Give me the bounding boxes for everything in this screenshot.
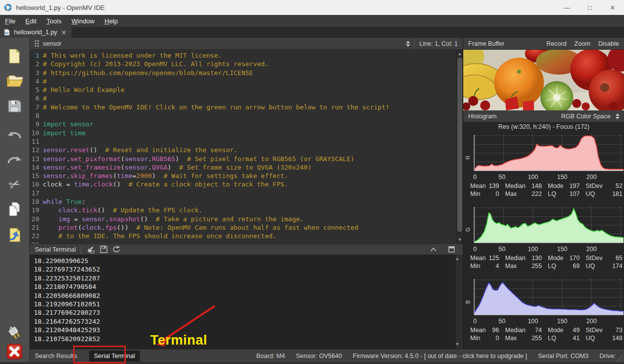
svg-text:R: R: [465, 156, 471, 160]
openmv-ide-window: helloworld_1.py - OpenMV IDE — □ ✕ FileE…: [0, 0, 624, 364]
editor-scroll-thumb[interactable]: [457, 58, 462, 232]
clear-log-button[interactable]: [85, 245, 96, 254]
terminal-line: 18.21647262573242: [34, 317, 456, 326]
save-button[interactable]: [5, 96, 24, 115]
stat-lq: LQ107: [548, 190, 586, 197]
scroll-down-icon[interactable]: ▼: [456, 237, 463, 243]
code-line[interactable]: 17: [30, 189, 456, 197]
serial-terminal-output[interactable]: 18.2290039062518.2276973724365218.223253…: [30, 255, 456, 349]
stop-button[interactable]: [5, 342, 24, 361]
expand-panel-icon[interactable]: [446, 245, 457, 254]
code-line[interactable]: 16clock = time.clock() # Create a clock …: [30, 180, 456, 188]
annotation-highlight-rect: [73, 346, 126, 364]
code-line[interactable]: 12sensor.reset() # Reset and initialize …: [30, 146, 456, 154]
status-item-0: Board: M4: [256, 353, 285, 360]
connect-button[interactable]: [5, 323, 24, 342]
maximize-button[interactable]: □: [578, 0, 601, 15]
resize-grip[interactable]: [616, 355, 623, 362]
code-line[interactable]: 4#: [30, 77, 456, 86]
code-line[interactable]: 18while True:: [30, 197, 456, 206]
document-tab-bar: PY helloworld_1.py ✕: [0, 27, 624, 38]
annotation-terminal-label: Terminal: [150, 333, 208, 348]
histogram-title: Histogram: [468, 113, 497, 120]
symbol-spinner-icon[interactable]: [406, 41, 410, 47]
scroll-up-icon[interactable]: ▲: [456, 51, 463, 57]
stat-max: Max255: [505, 335, 548, 342]
tab-label: helloworld_1.py: [14, 29, 57, 36]
code-line[interactable]: 7# Welcome to the OpenMV IDE! Click on t…: [30, 103, 456, 111]
undo-button[interactable]: [5, 125, 24, 144]
terminal-scroll-up-icon[interactable]: ▲: [454, 256, 461, 262]
code-line[interactable]: 13sensor.set_pixformat(sensor.RGB565) # …: [30, 155, 456, 163]
stat-stdev: StDev52: [586, 182, 624, 189]
color-space-spinner-icon[interactable]: [616, 113, 620, 119]
left-toolbar: ✂: [0, 38, 30, 364]
stat-median: Median74: [505, 327, 548, 334]
code-line[interactable]: 2# Copyright (c) 2013-2023 OpenMV LLC. A…: [30, 60, 456, 68]
save-log-button[interactable]: [98, 245, 109, 254]
resolution-focus-label: Res (w:320, h:240) - Focus (172): [463, 123, 624, 130]
frame-buffer-image[interactable]: [463, 50, 624, 110]
frame-buffer-action-zoom[interactable]: Zoom: [574, 40, 590, 47]
stat-median: Median130: [505, 255, 548, 262]
color-space-select[interactable]: RGB Color Space: [561, 113, 611, 120]
new-file-button[interactable]: [5, 47, 24, 66]
stat-mean: Mean96: [470, 327, 505, 334]
status-item-4: Drive:: [600, 353, 616, 360]
open-file-button[interactable]: [5, 72, 24, 91]
code-line[interactable]: 10import time: [30, 129, 456, 137]
cut-button[interactable]: ✂: [5, 175, 24, 194]
menu-file[interactable]: File: [5, 17, 15, 25]
repeat-button[interactable]: [111, 245, 122, 254]
frame-buffer-action-disable[interactable]: Disable: [598, 40, 619, 47]
code-line[interactable]: 9import sensor: [30, 120, 456, 128]
window-title: helloworld_1.py - OpenMV IDE: [16, 4, 104, 11]
menu-edit[interactable]: Edit: [25, 17, 36, 25]
status-item-2[interactable]: Firmware Version: 4.5.0 - [ out of date …: [353, 353, 527, 360]
code-line[interactable]: 6#: [30, 94, 456, 102]
code-line[interactable]: 15sensor.skip_frames(time=2000) # Wait f…: [30, 172, 456, 180]
histogram-xaxis-B: 050100150200: [463, 318, 624, 326]
stat-mean: Mean139: [470, 182, 505, 189]
close-button[interactable]: ✕: [601, 0, 624, 15]
code-line[interactable]: 20 img = sensor.snapshot() # Take a pict…: [30, 215, 456, 223]
code-line[interactable]: 5# Hello World Example: [30, 86, 456, 94]
python-file-icon: PY: [4, 29, 10, 36]
code-line[interactable]: 3# https://github.com/openmv/openmv/blob…: [30, 69, 456, 77]
paste-button[interactable]: [5, 226, 24, 245]
code-line[interactable]: 21 print(clock.fps()) # Note: OpenMV Cam…: [30, 223, 456, 232]
histogram-channel-R: R050100150200Mean139Median148Mode197StDe…: [463, 133, 624, 205]
menu-help[interactable]: Help: [104, 17, 118, 25]
code-line[interactable]: 14sensor.set_framesize(sensor.QVGA) # Se…: [30, 163, 456, 172]
stat-uq: UQ181: [586, 190, 624, 197]
stat-uq: UQ148: [586, 335, 624, 342]
code-editor[interactable]: 1# This work is licensed under the MIT l…: [30, 50, 456, 244]
symbol-navigator[interactable]: sensor: [43, 40, 406, 47]
stat-mode: Mode170: [548, 255, 586, 262]
frame-buffer-action-record[interactable]: Record: [546, 40, 566, 47]
code-line[interactable]: 1# This work is licensed under the MIT l…: [30, 51, 456, 60]
editor-scrollbar[interactable]: ▲ ▼: [456, 50, 463, 244]
histogram-xaxis-G: 050100150200: [463, 246, 624, 254]
serial-terminal-header: Serial Terminal: [30, 244, 463, 255]
code-line[interactable]: 11: [30, 137, 456, 146]
drag-handle-icon[interactable]: [35, 40, 39, 47]
terminal-scroll-down-icon[interactable]: ▼: [454, 341, 461, 347]
histogram-plot-R: R: [463, 133, 624, 172]
terminal-line: 18.21920967102051: [34, 300, 456, 308]
tab-close-icon[interactable]: ✕: [61, 29, 67, 36]
tab-helloworld[interactable]: PY helloworld_1.py ✕: [0, 27, 72, 38]
histogram-stats-G: Mean125Median130Mode170StDev65Min4Max255…: [463, 255, 624, 270]
terminal-line: 18.22325325012207: [34, 274, 456, 282]
copy-button[interactable]: [5, 200, 24, 219]
code-line[interactable]: 19 clock.tick() # Update the FPS clock.: [30, 206, 456, 214]
collapse-panel-icon[interactable]: [428, 245, 439, 254]
redo-button[interactable]: [5, 150, 24, 169]
terminal-scrollbar[interactable]: ▲ ▼: [454, 255, 461, 349]
code-line[interactable]: 22 # to the IDE. The FPS should increase…: [30, 232, 456, 240]
menu-tools[interactable]: Tools: [46, 17, 61, 25]
histogram-stats-R: Mean139Median148Mode197StDev52Min0Max222…: [463, 182, 624, 197]
minimize-button[interactable]: —: [555, 0, 578, 15]
code-line[interactable]: 8: [30, 111, 456, 120]
menu-window[interactable]: Window: [72, 17, 95, 25]
